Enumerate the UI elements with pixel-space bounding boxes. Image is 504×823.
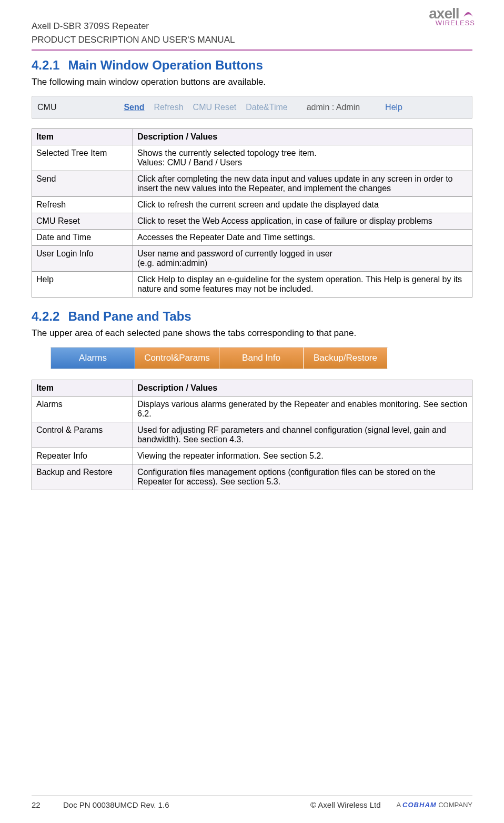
tab-control-params[interactable]: Control&Params xyxy=(135,348,219,369)
cell-desc: Accesses the Repeater Date and Time sett… xyxy=(133,230,472,246)
cell-desc: Configuration files management options (… xyxy=(133,464,472,490)
section-intro-1: The following main window operation butt… xyxy=(32,77,472,87)
tab-band-info[interactable]: Band Info xyxy=(219,348,304,369)
table-row: Backup and Restore Configuration files m… xyxy=(32,464,472,490)
header-subtitle: PRODUCT DESCRIPTION AND USER'S MANUAL xyxy=(32,35,472,45)
table-row: Selected Tree Item Shows the currently s… xyxy=(32,145,472,171)
table-header-desc: Description / Values xyxy=(133,380,472,396)
cell-item: Help xyxy=(32,272,133,298)
toolbar: CMU Send Refresh CMU Reset Date&Time adm… xyxy=(32,96,472,119)
table-row: Date and Time Accesses the Repeater Date… xyxy=(32,230,472,246)
table-row: CMU Reset Click to reset the Web Access … xyxy=(32,213,472,230)
cell-line: (e.g. admin:admin) xyxy=(137,259,468,268)
table-row: Control & Params Used for adjusting RF p… xyxy=(32,422,472,448)
tab-backup-restore[interactable]: Backup/Restore xyxy=(304,348,388,369)
cell-desc: Click to reset the Web Access applicatio… xyxy=(133,213,472,230)
table-row: User Login Info User name and password o… xyxy=(32,246,472,272)
cell-line: User name and password of currently logg… xyxy=(137,249,468,259)
cell-desc: User name and password of currently logg… xyxy=(133,246,472,272)
table-header-desc: Description / Values xyxy=(133,129,472,145)
header-title: Axell D-SBR 3709S Repeater xyxy=(32,21,472,32)
table-header-item: Item xyxy=(32,380,133,396)
cell-item: Refresh xyxy=(32,197,133,213)
logo-swoosh-icon xyxy=(461,5,475,19)
cell-item: Send xyxy=(32,171,133,197)
section-title: Band Pane and Tabs xyxy=(68,309,191,323)
toolbar-help[interactable]: Help xyxy=(385,103,402,112)
toolbar-refresh[interactable]: Refresh xyxy=(154,103,184,112)
table-main-buttons: Item Description / Values Selected Tree … xyxy=(32,128,472,298)
cell-desc: Click Help to display an e-guideline for… xyxy=(133,272,472,298)
table-row: Repeater Info Viewing the repeater infor… xyxy=(32,448,472,464)
copyright: © Axell Wireless Ltd xyxy=(310,800,381,809)
cell-desc: Click after completing the new data inpu… xyxy=(133,171,472,197)
toolbar-cmu-reset[interactable]: CMU Reset xyxy=(193,103,237,112)
company-a: A xyxy=(397,801,401,809)
section-heading-1: 4.2.1Main Window Operation Buttons xyxy=(32,58,472,73)
cell-item: Control & Params xyxy=(32,422,133,448)
toolbar-cmu: CMU xyxy=(37,103,56,112)
footer: 22 Doc PN 00038UMCD Rev. 1.6 © Axell Wir… xyxy=(32,796,472,809)
table-row: Refresh Click to refresh the current scr… xyxy=(32,197,472,213)
table-band-tabs: Item Description / Values Alarms Display… xyxy=(32,380,472,490)
logo: axell WIRELESS xyxy=(429,5,475,27)
cell-item: Selected Tree Item xyxy=(32,145,133,171)
section-number: 4.2.2 xyxy=(32,309,59,323)
company-cobham: COBHAM xyxy=(402,801,437,809)
table-row: Send Click after completing the new data… xyxy=(32,171,472,197)
page-number: 22 xyxy=(32,800,63,809)
section-heading-2: 4.2.2Band Pane and Tabs xyxy=(32,309,472,324)
doc-id: Doc PN 00038UMCD Rev. 1.6 xyxy=(63,800,310,809)
table-row: Help Click Help to display an e-guidelin… xyxy=(32,272,472,298)
cell-item: Repeater Info xyxy=(32,448,133,464)
toolbar-send[interactable]: Send xyxy=(124,103,144,112)
section-intro-2: The upper area of each selected pane sho… xyxy=(32,328,472,339)
cell-item: User Login Info xyxy=(32,246,133,272)
cell-desc: Click to refresh the current screen and … xyxy=(133,197,472,213)
cell-line: Values: CMU / Band / Users xyxy=(137,158,468,167)
header-rule xyxy=(32,49,472,51)
cell-line: Shows the currently selected topology tr… xyxy=(137,148,468,158)
company-word: COMPANY xyxy=(438,801,472,809)
cell-item: Alarms xyxy=(32,396,133,422)
cell-item: Date and Time xyxy=(32,230,133,246)
table-row: Alarms Displays various alarms generated… xyxy=(32,396,472,422)
cell-desc: Used for adjusting RF parameters and cha… xyxy=(133,422,472,448)
tabs: Alarms Control&Params Band Info Backup/R… xyxy=(51,347,388,369)
cell-item: Backup and Restore xyxy=(32,464,133,490)
tab-alarms[interactable]: Alarms xyxy=(51,348,135,369)
cell-desc: Displays various alarms generated by the… xyxy=(133,396,472,422)
cell-desc: Viewing the repeater information. See se… xyxy=(133,448,472,464)
cell-desc: Shows the currently selected topology tr… xyxy=(133,145,472,171)
section-number: 4.2.1 xyxy=(32,58,59,72)
toolbar-datetime[interactable]: Date&Time xyxy=(246,103,287,112)
logo-subtext: WIRELESS xyxy=(429,19,475,27)
section-title: Main Window Operation Buttons xyxy=(68,58,263,72)
cell-item: CMU Reset xyxy=(32,213,133,230)
company-tag: A COBHAM COMPANY xyxy=(397,801,472,809)
toolbar-userinfo: admin : Admin xyxy=(307,103,360,112)
table-header-item: Item xyxy=(32,129,133,145)
